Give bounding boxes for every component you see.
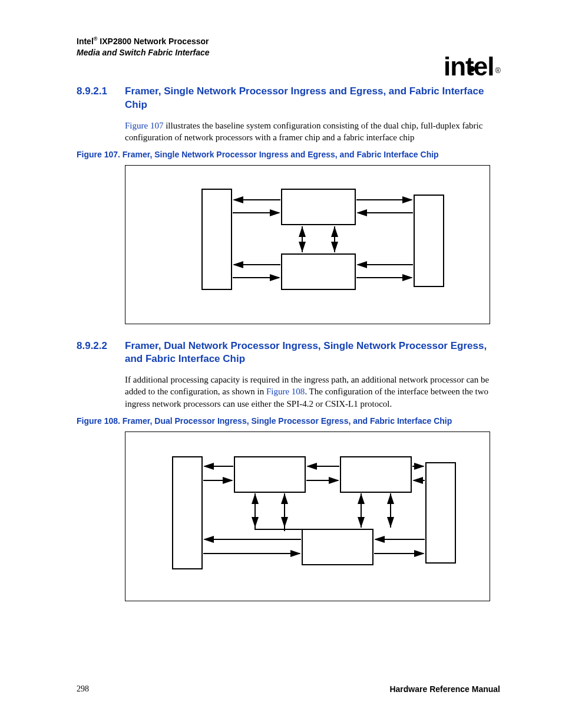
figure-108-diagram [125, 431, 490, 601]
section-number: 8.9.2.2 [77, 340, 108, 365]
svg-rect-2 [282, 189, 355, 225]
section-title: Framer, Single Network Processor Ingress… [125, 85, 500, 111]
section2-paragraph: If additional processing capacity is req… [125, 374, 500, 410]
figure-107-diagram [125, 165, 490, 324]
svg-rect-0 [202, 189, 232, 289]
figure-108-caption: Figure 108. Framer, Dual Processor Ingre… [77, 416, 500, 427]
section1-paragraph: Figure 107 illustrates the baseline syst… [125, 120, 500, 144]
logo-reg: ® [495, 66, 500, 75]
page-footer: 298 Hardware Reference Manual [77, 684, 500, 694]
figure-108-link[interactable]: Figure 108 [266, 387, 305, 396]
svg-rect-19 [340, 457, 411, 492]
svg-rect-1 [414, 195, 444, 286]
header-brand: Intel [77, 37, 94, 46]
svg-rect-3 [282, 254, 355, 289]
svg-rect-17 [426, 463, 455, 563]
logo-text-b: el [474, 52, 494, 81]
logo-text-a: int [444, 52, 474, 81]
header-subtitle: Media and Switch Fabric Interface [77, 48, 210, 57]
page-header: Intel® IXP2800 Network Processor Media a… [77, 35, 500, 58]
section-heading-8921: 8.9.2.1 Framer, Single Network Processor… [77, 85, 500, 111]
header-product: IXP2800 Network Processor [97, 37, 209, 46]
svg-rect-18 [234, 457, 305, 492]
section-heading-8922: 8.9.2.2 Framer, Dual Network Processor I… [77, 340, 500, 365]
figure-107-link[interactable]: Figure 107 [125, 121, 163, 130]
svg-rect-20 [302, 529, 373, 565]
figure-107-caption: Figure 107. Framer, Single Network Proce… [77, 149, 500, 160]
section1-para-rest: illustrates the baseline system configur… [125, 121, 482, 142]
page-number: 298 [77, 684, 89, 694]
intel-logo: intel® [444, 52, 500, 81]
svg-rect-16 [173, 457, 202, 569]
section-number: 8.9.2.1 [77, 85, 108, 111]
doc-title: Hardware Reference Manual [389, 684, 500, 694]
section-title: Framer, Dual Network Processor Ingress, … [125, 340, 500, 365]
